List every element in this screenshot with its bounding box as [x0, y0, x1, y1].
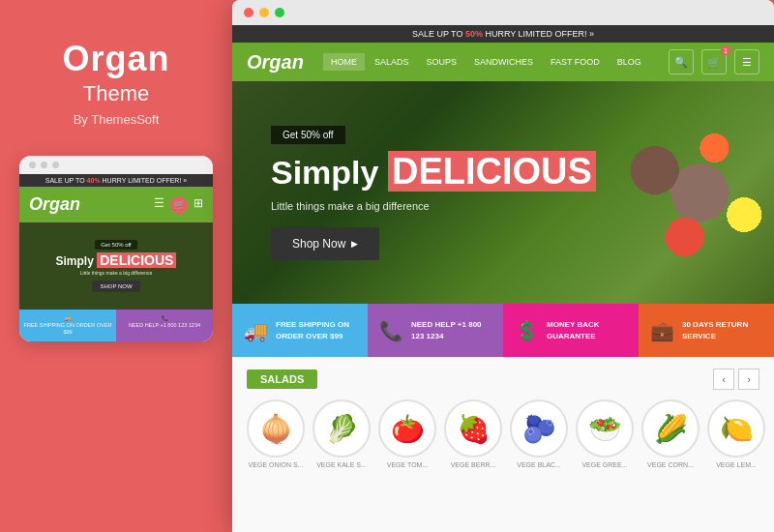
product-label-4: VEGE BLAC... [517, 461, 561, 468]
product-image-2: 🍅 [378, 399, 436, 458]
nav-logo: Organ [247, 51, 304, 74]
hero-title: Simply DELICIOUS [271, 152, 596, 192]
money-icon: 💲 [515, 319, 539, 342]
product-item-0[interactable]: 🧅 VEGE ONION S... [247, 399, 305, 468]
product-image-4: 🫐 [510, 399, 568, 458]
product-item-5[interactable]: 🥗 VEGE GREE... [576, 399, 634, 468]
mobile-mockup: SALE UP TO 40% HURRY LIMITED OFFER! » Or… [19, 156, 213, 341]
phone-icon: 📞 [379, 319, 403, 342]
mobile-dot-3 [52, 162, 59, 168]
mobile-header: Organ ☰ 🛒 ⊞ [19, 187, 213, 222]
money-back-text: MONEY BACK GUARANTEE [547, 319, 627, 340]
section-nav: ‹ › [713, 369, 759, 390]
hero-section: Get 50% off Simply DELICIOUS Little thin… [232, 81, 774, 304]
nav-link-home[interactable]: HOME [323, 53, 365, 71]
browser-dot-maximize[interactable] [275, 8, 284, 17]
mobile-top-banner: SALE UP TO 40% HURRY LIMITED OFFER! » [19, 174, 213, 187]
product-item-1[interactable]: 🥬 VEGE KALE S... [313, 399, 371, 468]
nav-actions: 🔍 🛒 1 ☰ [669, 49, 759, 74]
top-banner: SALE UP TO 50% HURRY LIMITED OFFER! » [232, 25, 774, 43]
nav-link-sandwiches[interactable]: SANDWICHES [466, 53, 541, 71]
mobile-hero-sub: Little things make a big difference [80, 270, 152, 276]
hero-badge: Get 50% off [271, 126, 345, 144]
nav-link-soups[interactable]: SOUPS [418, 53, 464, 71]
feature-money-back: 💲 MONEY BACK GUARANTEE [503, 304, 639, 357]
mobile-features: 🚚FREE SHIPPING ON ORDER OVER $99 📞NEED H… [19, 310, 213, 341]
left-panel: Organ Theme By ThemesSoft SALE UP TO 40%… [0, 0, 232, 532]
mobile-logo: Organ [29, 194, 80, 215]
feature-help: 📞 NEED HELP +1 800 123 1234 [368, 304, 503, 357]
mobile-feature-shipping: 🚚FREE SHIPPING ON ORDER OVER $99 [19, 310, 116, 341]
nav-link-fastfood[interactable]: FAST FOOD [543, 53, 608, 71]
prev-button[interactable]: ‹ [713, 369, 734, 390]
shipping-icon: 🚚 [244, 319, 268, 342]
feature-shipping: 🚚 FREE SHIPPING ON ORDER OVER $99 [232, 304, 368, 357]
product-grid: 🧅 VEGE ONION S... 🥬 VEGE KALE S... 🍅 VEG… [247, 399, 759, 468]
mobile-shop-button[interactable]: SHOP NOW [92, 281, 139, 292]
mobile-hero-title: Simply DELICIOUS [56, 252, 177, 268]
product-label-0: VEGE ONION S... [249, 461, 304, 468]
browser-titlebar [232, 0, 774, 25]
mobile-menu-icon[interactable]: ☰ [154, 196, 164, 214]
mobile-hero-badge: Get 50% off [95, 240, 137, 250]
hero-delicious: DELICIOUS [388, 151, 596, 192]
nav-link-salads[interactable]: SALADS [367, 53, 417, 71]
mobile-hero: Get 50% off Simply DELICIOUS Little thin… [19, 222, 213, 310]
mobile-dot-2 [41, 162, 47, 168]
product-item-3[interactable]: 🍓 VEGE BERR... [444, 399, 502, 468]
nav-bar: Organ HOME SALADS SOUPS SANDWICHES FAST … [232, 43, 774, 81]
hero-content: Get 50% off Simply DELICIOUS Little thin… [271, 125, 596, 260]
menu-button[interactable]: ☰ [734, 49, 759, 74]
mobile-dot-1 [29, 162, 36, 168]
hero-subtitle: Little things make a big difference [271, 200, 596, 212]
browser-dot-minimize[interactable] [259, 8, 269, 17]
feature-bars: 🚚 FREE SHIPPING ON ORDER OVER $99 📞 NEED… [232, 304, 774, 357]
product-image-6: 🌽 [641, 399, 700, 458]
product-label-2: VEGE TOM... [387, 461, 429, 468]
help-text: NEED HELP +1 800 123 1234 [411, 319, 491, 340]
section-tag: SALADS [247, 369, 317, 389]
brand-title: Organ [62, 39, 169, 79]
mobile-hero-delicious: DELICIOUS [97, 252, 176, 268]
return-text: 30 DAYS RETURN SERVICE [682, 319, 762, 340]
product-label-3: VEGE BERR... [451, 461, 496, 468]
brand-by: By ThemesSoft [74, 112, 160, 127]
product-image-5: 🥗 [576, 399, 634, 458]
product-label-5: VEGE GREE... [581, 461, 627, 468]
product-image-3: 🍓 [444, 399, 502, 458]
mobile-feature-help: 📞NEED HELP +1 800 123 1234 [116, 310, 213, 341]
feature-returns: 💼 30 DAYS RETURN SERVICE [639, 304, 774, 357]
cart-badge: 1 [721, 45, 730, 55]
product-image-1: 🥬 [313, 399, 371, 458]
product-label-1: VEGE KALE S... [316, 461, 367, 468]
mobile-titlebar [19, 156, 213, 174]
product-image-7: 🍋 [707, 399, 765, 458]
nav-links: HOME SALADS SOUPS SANDWICHES FAST FOOD B… [323, 53, 669, 71]
next-button[interactable]: › [738, 369, 759, 390]
cart-button[interactable]: 🛒 1 [701, 49, 727, 74]
product-item-6[interactable]: 🌽 VEGE CORN... [641, 399, 700, 468]
brand-subtitle: Theme [83, 81, 149, 106]
product-label-7: VEGE LEM... [716, 461, 757, 468]
browser-content: SALE UP TO 50% HURRY LIMITED OFFER! » Or… [232, 25, 774, 532]
mobile-nav-icons: ☰ 🛒 ⊞ [154, 196, 203, 214]
section-header: SALADS ‹ › [247, 369, 759, 390]
browser-dot-close[interactable] [244, 8, 253, 17]
browser-window: SALE UP TO 50% HURRY LIMITED OFFER! » Or… [232, 0, 774, 532]
search-button[interactable]: 🔍 [669, 49, 694, 74]
product-image-0: 🧅 [247, 399, 305, 458]
mobile-cart-icon[interactable]: 🛒 [170, 196, 188, 214]
return-icon: 💼 [650, 319, 674, 342]
shop-now-button[interactable]: Shop Now [271, 227, 379, 260]
product-item-4[interactable]: 🫐 VEGE BLAC... [510, 399, 568, 468]
product-item-7[interactable]: 🍋 VEGE LEM... [707, 399, 765, 468]
mobile-grid-icon[interactable]: ⊞ [194, 196, 203, 214]
nav-link-blog[interactable]: BLOG [610, 53, 649, 71]
shipping-text: FREE SHIPPING ON ORDER OVER $99 [276, 319, 356, 340]
salads-section: SALADS ‹ › 🧅 VEGE ONION S... 🥬 VEGE KALE… [232, 357, 774, 532]
product-item-2[interactable]: 🍅 VEGE TOM... [378, 399, 436, 468]
product-label-6: VEGE CORN... [647, 461, 694, 468]
hero-background: Get 50% off Simply DELICIOUS Little thin… [232, 81, 774, 304]
